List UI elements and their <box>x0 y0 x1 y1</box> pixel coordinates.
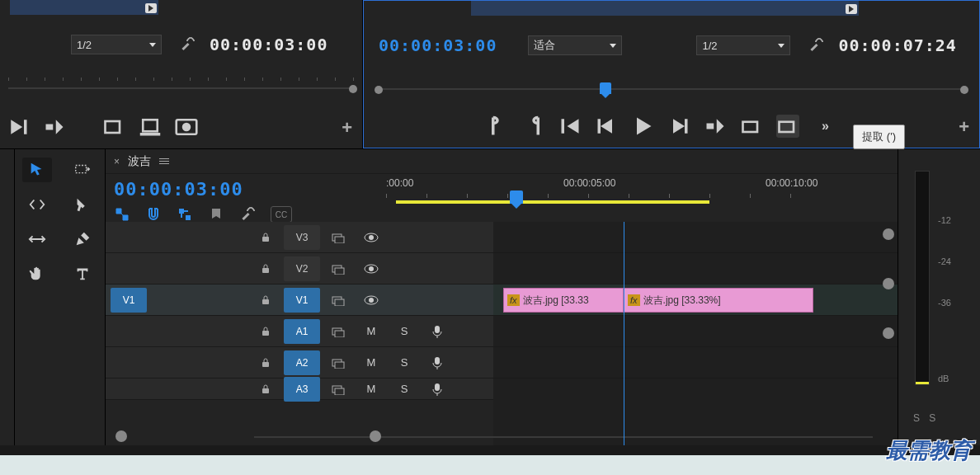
settings-wrench-icon[interactable] <box>239 206 256 223</box>
sync-lock-a2-icon[interactable] <box>322 357 355 369</box>
db-36-label: -36 <box>938 298 951 308</box>
more-button[interactable]: » <box>813 115 836 138</box>
program-zoom-dropdown[interactable]: 1/2 <box>696 35 790 55</box>
lock-v2-icon[interactable] <box>249 263 282 275</box>
sync-lock-v1-icon[interactable] <box>322 294 355 306</box>
export-frame-button[interactable] <box>175 115 198 139</box>
wrench-icon[interactable] <box>180 37 195 52</box>
timeline-playhead-tc[interactable]: 00:00:03:00 <box>114 179 386 200</box>
lock-a1-icon[interactable] <box>249 326 282 337</box>
play-in-out-button[interactable] <box>7 115 30 139</box>
go-to-in-button[interactable] <box>558 115 582 138</box>
solo-indicators[interactable]: S S <box>913 412 939 424</box>
track-a2-label[interactable]: A2 <box>284 350 320 375</box>
step-forward-button[interactable] <box>667 115 690 138</box>
work-area-bar[interactable] <box>396 200 709 204</box>
toggle-v3-output-icon[interactable] <box>355 233 388 242</box>
add-button[interactable]: + <box>342 117 352 139</box>
solo-a2-button[interactable]: S <box>388 356 421 369</box>
project-panel-strip[interactable] <box>0 149 15 445</box>
program-playhead[interactable] <box>600 82 611 94</box>
mute-a1-button[interactable]: M <box>355 325 388 337</box>
clip-2[interactable]: fx 波吉.jpg [33.33%] <box>624 288 813 313</box>
fit-dropdown[interactable]: 适合 <box>528 35 622 55</box>
mark-out-button[interactable] <box>522 115 545 138</box>
sequence-tab[interactable]: × 波吉 <box>106 149 898 174</box>
add-button[interactable]: + <box>959 116 969 138</box>
scrub-end-handle[interactable] <box>960 86 968 94</box>
track-v2-label[interactable]: V2 <box>284 256 320 281</box>
source-scrubber[interactable] <box>8 78 354 94</box>
zoom-right-handle[interactable] <box>370 430 381 442</box>
cc-icon[interactable]: CC <box>271 206 292 223</box>
ripple-edit-tool[interactable] <box>22 192 52 217</box>
step-back-button[interactable] <box>595 115 618 138</box>
marker-icon[interactable] <box>208 206 224 223</box>
pen-tool[interactable] <box>68 227 97 252</box>
sync-lock-a1-icon[interactable] <box>322 326 355 337</box>
voice-a2-icon[interactable] <box>421 356 454 369</box>
lift-button[interactable] <box>740 115 763 138</box>
close-tab-icon[interactable]: × <box>114 156 120 167</box>
track-a3-label[interactable]: A3 <box>284 377 320 402</box>
meter-level <box>916 382 929 384</box>
vscroll-top-handle[interactable] <box>883 228 894 240</box>
source-v1-target[interactable]: V1 <box>111 288 147 313</box>
zoom-left-handle[interactable] <box>115 430 127 442</box>
source-timecode[interactable]: 00:00:03:00 <box>210 35 327 54</box>
scrub-handle[interactable] <box>349 85 357 93</box>
mark-out-button[interactable] <box>139 115 162 139</box>
razor-tool[interactable] <box>68 192 97 217</box>
linked-selection-icon[interactable] <box>177 206 193 223</box>
playhead-line[interactable] <box>624 222 624 445</box>
timeline-zoom-scrollbar[interactable] <box>254 434 873 440</box>
lock-a2-icon[interactable] <box>249 357 282 369</box>
svg-rect-29 <box>262 331 269 336</box>
snap-nested-icon[interactable] <box>114 206 130 223</box>
vscroll-handle-v[interactable] <box>883 278 894 289</box>
track-a1-label[interactable]: A1 <box>284 319 320 344</box>
track-select-tool[interactable] <box>68 158 97 182</box>
hand-tool[interactable] <box>22 261 52 286</box>
wrench-icon[interactable] <box>808 38 823 53</box>
mute-a3-button[interactable]: M <box>355 383 388 395</box>
program-in-timecode[interactable]: 00:00:03:00 <box>379 35 497 55</box>
source-zoom-dropdown[interactable]: 1/2 <box>71 35 162 54</box>
type-tool[interactable] <box>68 261 97 286</box>
program-duration[interactable]: 00:00:07:24 <box>838 35 956 55</box>
scrub-start-handle[interactable] <box>375 86 383 94</box>
selection-tool[interactable] <box>22 158 52 182</box>
extract-button[interactable] <box>776 115 799 138</box>
program-monitor: 00:00:03:00 适合 1/2 00:00:07:24 <box>363 0 980 148</box>
voice-a1-icon[interactable] <box>421 325 454 338</box>
slip-tool[interactable] <box>22 227 52 252</box>
clip-1[interactable]: fx 波吉.jpg [33.33 <box>503 288 624 313</box>
mark-in-button[interactable] <box>102 115 125 139</box>
vscroll-handle-a[interactable] <box>883 327 894 339</box>
solo-a3-button[interactable]: S <box>388 383 421 395</box>
sync-lock-a3-icon[interactable] <box>322 383 355 395</box>
insert-button[interactable] <box>43 115 66 139</box>
lock-v1-icon[interactable] <box>249 294 282 306</box>
go-to-out-button[interactable] <box>704 115 727 138</box>
lock-a3-icon[interactable] <box>249 383 282 395</box>
timeline-ruler[interactable]: :00:00 00:00:05:00 00:00:10:00 <box>386 174 898 222</box>
tab-menu-icon[interactable] <box>159 158 169 164</box>
snap-magnet-icon[interactable] <box>145 206 162 223</box>
timeline-clips-area[interactable]: fx 波吉.jpg [33.33 fx 波吉.jpg [33.33%] <box>493 222 898 445</box>
timeline-playhead[interactable] <box>510 190 523 204</box>
mark-in-button[interactable] <box>486 115 509 138</box>
lock-v3-icon[interactable] <box>249 232 282 243</box>
program-scrubber[interactable] <box>379 78 964 95</box>
track-v1-label[interactable]: V1 <box>284 288 320 313</box>
audio-meter[interactable] <box>915 171 930 385</box>
solo-a1-button[interactable]: S <box>388 325 421 337</box>
mute-a2-button[interactable]: M <box>355 356 388 369</box>
track-v3-label[interactable]: V3 <box>284 225 320 250</box>
sync-lock-v3-icon[interactable] <box>322 232 355 243</box>
sync-lock-v2-icon[interactable] <box>322 263 355 275</box>
toggle-v2-output-icon[interactable] <box>355 264 388 274</box>
voice-a3-icon[interactable] <box>421 383 454 396</box>
toggle-v1-output-icon[interactable] <box>355 295 388 305</box>
play-button[interactable] <box>631 115 654 138</box>
